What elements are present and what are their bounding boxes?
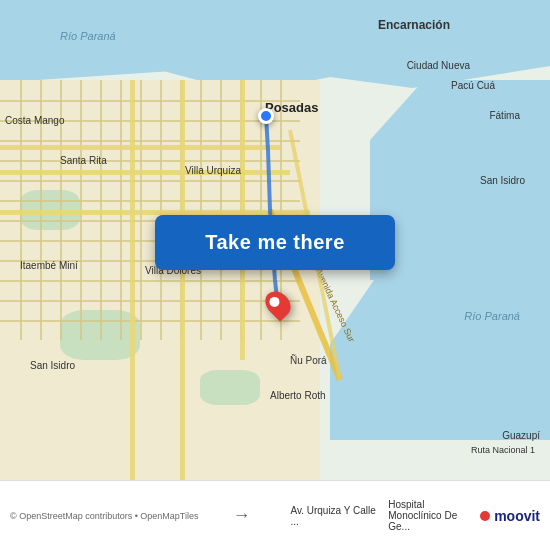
- label-nu-pora: Ñu Porá: [290, 355, 327, 366]
- label-costa-mango: Costa Mango: [5, 115, 64, 126]
- water-label-parana-top: Río Paraná: [60, 30, 116, 42]
- road-v-1: [180, 80, 185, 480]
- cta-button-label: Take me there: [205, 231, 345, 254]
- label-itaembe-mini: Itaembé Miní: [20, 260, 78, 271]
- take-me-there-button[interactable]: Take me there: [155, 215, 395, 270]
- water-label-parana-right: Río Paraná: [464, 310, 520, 322]
- from-label: Av. Urquiza Y Calle ...: [284, 505, 382, 527]
- moovit-dot: [480, 511, 490, 521]
- label-san-isidro-l: San Isidro: [30, 360, 75, 371]
- pin-inner: [267, 295, 281, 309]
- label-guazupi: Guazupí: [502, 430, 540, 441]
- route-arrow: →: [199, 505, 285, 526]
- map-area: Río Paraná Río Paraná Encarnación Ciudad…: [0, 0, 550, 480]
- label-pacu-cua: Pacú Cuá: [451, 80, 495, 91]
- label-fatima: Fátima: [489, 110, 520, 121]
- water-bottom-right: [330, 280, 550, 440]
- label-santa-rita: Santa Rita: [60, 155, 107, 166]
- arrow-icon: →: [232, 505, 250, 526]
- moovit-text: moovit: [494, 508, 540, 524]
- label-villa-urquiza: Villa Urquiza: [185, 165, 241, 176]
- destination-marker: [267, 290, 289, 318]
- label-encarnacion: Encarnación: [378, 18, 450, 32]
- label-avenida-acceso-sur: Avenida Acceso Sur: [314, 266, 357, 343]
- road-v-3: [130, 80, 135, 480]
- label-ciudad-nueva: Ciudad Nueva: [407, 60, 470, 71]
- park-3: [200, 370, 260, 405]
- to-label: Hospital Monoclínico De Ge...: [382, 499, 480, 532]
- label-alberto-roth: Alberto Roth: [270, 390, 326, 401]
- bottom-bar: © OpenStreetMap contributors • OpenMapTi…: [0, 480, 550, 550]
- road-h-1: [0, 170, 290, 175]
- road-h-3: [0, 145, 280, 150]
- label-san-isidro-r: San Isidro: [480, 175, 525, 186]
- label-ruta-nacional: Ruta Nacional 1: [471, 445, 535, 455]
- origin-marker: [258, 108, 274, 124]
- app-container: Río Paraná Río Paraná Encarnación Ciudad…: [0, 0, 550, 550]
- moovit-logo: moovit: [480, 508, 540, 524]
- attribution-text: © OpenStreetMap contributors • OpenMapTi…: [10, 511, 199, 521]
